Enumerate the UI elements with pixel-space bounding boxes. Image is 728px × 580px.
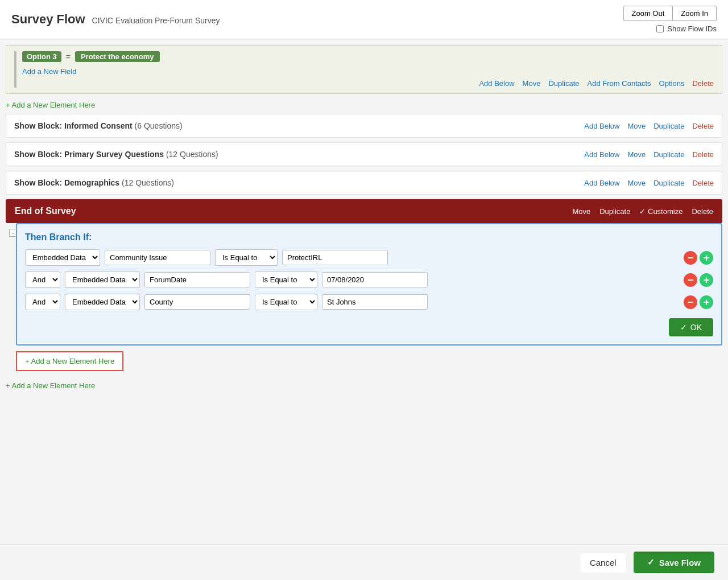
survey-name: CIVIC Evaluation Pre-Forum Survey (92, 16, 220, 25)
block-label-1: Show Block: Primary Survey Questions (14, 150, 164, 159)
show-block-1: Show Block: Primary Survey Questions (12… (6, 142, 722, 166)
branch-0-remove-button[interactable]: − (684, 251, 697, 265)
branch-row-2: And Embedded Data Is Equal to − + (25, 294, 713, 310)
branch-2-value[interactable] (322, 294, 428, 310)
option-badge: Option 3 (22, 51, 61, 62)
branch-1-actions: − + (684, 273, 713, 287)
ok-checkmark: ✓ (680, 323, 687, 332)
branch-0-add-button[interactable]: + (700, 251, 713, 265)
branch-0-data-type[interactable]: Embedded Data (25, 249, 100, 266)
option-row: Option 3 = Protect the economy (22, 51, 714, 62)
block-2-duplicate[interactable]: Duplicate (653, 179, 684, 187)
header: Survey Flow CIVIC Evaluation Pre-Forum S… (0, 0, 728, 39)
block-count-1: (12 Questions) (166, 150, 218, 159)
show-blocks-container: Show Block: Informed Consent (6 Question… (6, 114, 722, 195)
branch-0-field[interactable] (105, 250, 210, 265)
block-actions-0: Add Below Move Duplicate Delete (584, 122, 714, 130)
block-0-duplicate[interactable]: Duplicate (653, 122, 684, 130)
end-survey-customize[interactable]: Customize (639, 207, 682, 216)
end-survey-move[interactable]: Move (572, 207, 590, 216)
partial-block: Option 3 = Protect the economy Add a New… (6, 45, 722, 94)
options-link-top[interactable]: Options (659, 79, 685, 88)
branch-1-field[interactable] (144, 272, 250, 287)
branch-2-connector[interactable]: And (25, 294, 60, 310)
duplicate-link-top[interactable]: Duplicate (548, 79, 579, 88)
zoom-controls: Zoom Out Zoom In (623, 6, 717, 21)
add-below-link-top[interactable]: Add Below (479, 79, 514, 88)
ok-button[interactable]: ✓ OK (669, 318, 713, 336)
branch-row-1: And Embedded Data Is Equal to − + (25, 272, 713, 288)
branch-0-condition[interactable]: Is Equal to (215, 249, 278, 266)
branch-1-data-type[interactable]: Embedded Data (65, 272, 140, 288)
block-actions-1: Add Below Move Duplicate Delete (584, 150, 714, 159)
zoom-in-button[interactable]: Zoom In (672, 6, 717, 21)
end-survey-title: End of Survey (15, 206, 76, 216)
page-title: Survey Flow (11, 12, 85, 27)
end-survey-delete[interactable]: Delete (692, 207, 713, 216)
add-element-1[interactable]: + Add a New Element Here (6, 96, 722, 114)
add-element-highlighted[interactable]: + Add a New Element Here (16, 351, 123, 371)
branch-2-actions: − + (684, 295, 713, 309)
ok-label: OK (690, 323, 702, 332)
show-flow-ids-container: Show Flow IDs (656, 24, 717, 33)
zoom-out-button[interactable]: Zoom Out (623, 6, 673, 21)
block-label-0: Show Block: Informed Consent (14, 121, 133, 130)
show-block-2: Show Block: Demographics (12 Questions) … (6, 171, 722, 195)
branch-2-remove-button[interactable]: − (684, 295, 697, 309)
header-right: Zoom Out Zoom In Show Flow IDs (623, 6, 717, 33)
show-block-0: Show Block: Informed Consent (6 Question… (6, 114, 722, 138)
branch-0-value[interactable] (282, 250, 388, 265)
branch-row-0: Embedded Data Is Equal to − + (25, 249, 713, 266)
block-title-1: Show Block: Primary Survey Questions (12… (14, 150, 218, 159)
content-area: Option 3 = Protect the economy Add a New… (0, 39, 728, 440)
show-flow-ids-checkbox[interactable] (656, 25, 664, 32)
end-survey-duplicate[interactable]: Duplicate (599, 207, 630, 216)
top-block-actions: Add Below Move Duplicate Add From Contac… (22, 76, 714, 88)
block-1-add-below[interactable]: Add Below (584, 150, 619, 159)
show-flow-ids-label: Show Flow IDs (667, 24, 717, 33)
block-count-0: (6 Questions) (135, 121, 183, 130)
equals-sign: = (66, 52, 71, 61)
branch-0-actions: − + (684, 251, 713, 265)
block-actions-2: Add Below Move Duplicate Delete (584, 179, 714, 187)
end-survey-actions: Move Duplicate Customize Delete (572, 207, 713, 216)
block-1-move[interactable]: Move (627, 150, 646, 159)
header-left: Survey Flow CIVIC Evaluation Pre-Forum S… (11, 12, 220, 27)
block-0-delete[interactable]: Delete (692, 122, 714, 130)
block-count-2: (12 Questions) (122, 178, 174, 187)
add-element-bottom-text: + Add a New Element Here (6, 381, 95, 390)
block-label-2: Show Block: Demographics (14, 178, 119, 187)
protect-badge: Protect the economy (75, 51, 160, 62)
block-2-add-below[interactable]: Add Below (584, 179, 619, 187)
block-1-duplicate[interactable]: Duplicate (653, 150, 684, 159)
branch-1-connector[interactable]: And (25, 272, 60, 288)
add-element-highlighted-text: + Add a New Element Here (25, 357, 114, 365)
block-2-move[interactable]: Move (627, 179, 646, 187)
end-survey-wrapper: End of Survey Move Duplicate Customize D… (6, 199, 722, 371)
block-1-delete[interactable]: Delete (692, 150, 714, 159)
add-element-bottom[interactable]: + Add a New Element Here (6, 377, 722, 394)
branch-2-data-type[interactable]: Embedded Data (65, 294, 140, 310)
block-2-delete[interactable]: Delete (692, 179, 714, 187)
block-0-move[interactable]: Move (627, 122, 646, 130)
end-survey-block: End of Survey Move Duplicate Customize D… (6, 199, 722, 223)
branch-1-condition[interactable]: Is Equal to (255, 272, 317, 288)
branch-1-value[interactable] (322, 272, 428, 287)
branch-title: Then Branch If: (25, 232, 713, 242)
delete-link-top[interactable]: Delete (692, 79, 714, 88)
block-0-add-below[interactable]: Add Below (584, 122, 619, 130)
branch-2-condition[interactable]: Is Equal to (255, 294, 317, 310)
add-from-contacts-link[interactable]: Add From Contacts (588, 79, 651, 88)
add-new-field-link[interactable]: Add a New Field (22, 67, 76, 76)
move-link-top[interactable]: Move (523, 79, 541, 88)
block-title-2: Show Block: Demographics (12 Questions) (14, 178, 174, 187)
add-element-highlighted-wrapper: + Add a New Element Here (16, 351, 722, 371)
branch-1-add-button[interactable]: + (700, 273, 713, 287)
branch-2-add-button[interactable]: + (700, 295, 713, 309)
branch-2-field[interactable] (144, 294, 250, 310)
branch-container: Then Branch If: Embedded Data Is Equal t… (16, 223, 722, 345)
branch-1-remove-button[interactable]: − (684, 273, 697, 287)
add-element-1-text: + Add a New Element Here (6, 101, 95, 109)
block-title-0: Show Block: Informed Consent (6 Question… (14, 121, 183, 130)
